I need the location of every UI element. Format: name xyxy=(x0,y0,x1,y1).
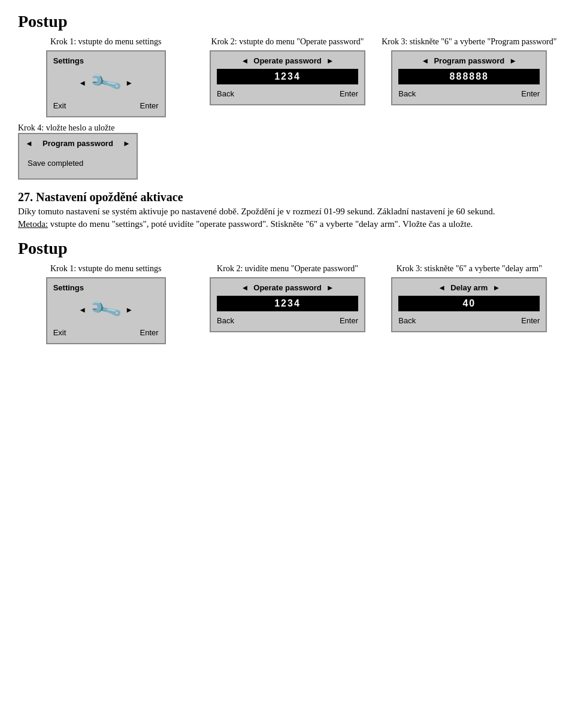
program-enter-btn[interactable]: Enter xyxy=(521,89,540,98)
step2-label: Krok 2: vstupte do menu "Operate passwor… xyxy=(211,37,364,47)
step4-label: Krok 4: vložte heslo a uložte xyxy=(18,123,114,133)
operate-left-arrow[interactable]: ◄ xyxy=(241,56,249,65)
program-password-save-panel: ◄ Program password ► Save completed xyxy=(18,133,138,180)
section27-title: 27. Nastavení opožděné aktivace xyxy=(18,190,557,204)
s27-operate-back-btn[interactable]: Back xyxy=(217,316,234,325)
save-completed-text: Save completed xyxy=(25,154,131,172)
section27-para1: Díky tomuto nastavení se systém aktivuje… xyxy=(18,207,557,217)
metoda-label: Metoda: xyxy=(18,219,48,229)
operate-value: 1234 xyxy=(217,69,358,84)
settings-left-arrow[interactable]: ◄ xyxy=(78,78,86,87)
settings-right-arrow[interactable]: ► xyxy=(125,78,133,87)
s27-step3-label: Krok 3: stiskněte "6" a vyberte "delay a… xyxy=(397,264,542,274)
program-title: Program password xyxy=(434,56,504,65)
s27-operate-password-panel: ◄ Operate password ► 1234 Back Enter xyxy=(210,277,365,332)
s27-settings-panel: Settings ◄ 🔧 ► Exit Enter xyxy=(46,277,166,344)
program-value: 888888 xyxy=(398,69,540,84)
step3-label: Krok 3: stiskněte "6" a vyberte "Program… xyxy=(382,37,556,47)
s27-settings-exit-btn[interactable]: Exit xyxy=(53,328,66,337)
s27-settings-right-arrow[interactable]: ► xyxy=(125,305,133,314)
save-right-arrow[interactable]: ► xyxy=(123,139,131,148)
program-right-arrow[interactable]: ► xyxy=(509,56,517,65)
operate-password-panel: ◄ Operate password ► 1234 Back Enter xyxy=(210,50,365,105)
delay-value: 40 xyxy=(398,296,540,311)
metoda-body: vstupte do menu "settings", poté uvidíte… xyxy=(50,219,473,229)
s27-operate-left-arrow[interactable]: ◄ xyxy=(241,283,249,292)
delay-right-arrow[interactable]: ► xyxy=(492,283,500,292)
delay-back-btn[interactable]: Back xyxy=(398,316,416,325)
delay-enter-btn[interactable]: Enter xyxy=(521,316,540,325)
s27-settings-left-arrow[interactable]: ◄ xyxy=(78,305,86,314)
s27-operate-value: 1234 xyxy=(217,296,358,311)
operate-back-btn[interactable]: Back xyxy=(217,89,234,98)
s27-settings-enter-btn[interactable]: Enter xyxy=(140,328,159,337)
delay-title: Delay arm xyxy=(450,283,488,292)
save-left-arrow[interactable]: ◄ xyxy=(25,139,33,148)
section27-metoda: Metoda: vstupte do menu "settings", poté… xyxy=(18,219,557,229)
program-back-btn[interactable]: Back xyxy=(398,89,416,98)
s27-settings-title: Settings xyxy=(53,283,159,292)
step1-label: Krok 1: vstupte do menu settings xyxy=(50,37,162,47)
save-panel-title: Program password xyxy=(43,139,113,148)
wrench-icon: 🔧 xyxy=(88,65,124,101)
settings-exit-btn[interactable]: Exit xyxy=(53,101,66,110)
operate-title: Operate password xyxy=(253,56,321,65)
page-title: Postup xyxy=(18,12,557,31)
delay-left-arrow[interactable]: ◄ xyxy=(438,283,446,292)
s27-operate-right-arrow[interactable]: ► xyxy=(326,283,334,292)
s27-step1-label: Krok 1: vstupte do menu settings xyxy=(50,264,162,274)
operate-right-arrow[interactable]: ► xyxy=(326,56,334,65)
settings-enter-btn[interactable]: Enter xyxy=(140,101,159,110)
s27-operate-enter-btn[interactable]: Enter xyxy=(340,316,358,325)
settings-panel: Settings ◄ 🔧 ► Exit Enter xyxy=(46,50,166,117)
program-password-panel: ◄ Program password ► 888888 Back Enter xyxy=(391,50,547,105)
program-left-arrow[interactable]: ◄ xyxy=(422,56,429,65)
settings-title: Settings xyxy=(53,56,159,65)
postup2-title: Postup xyxy=(18,239,557,258)
s27-step2-label: Krok 2: uvidíte menu "Operate password" xyxy=(217,264,358,274)
delay-arm-panel: ◄ Delay arm ► 40 Back Enter xyxy=(391,277,547,332)
s27-operate-title: Operate password xyxy=(253,283,321,292)
operate-enter-btn[interactable]: Enter xyxy=(340,89,358,98)
s27-wrench-icon: 🔧 xyxy=(88,292,124,327)
